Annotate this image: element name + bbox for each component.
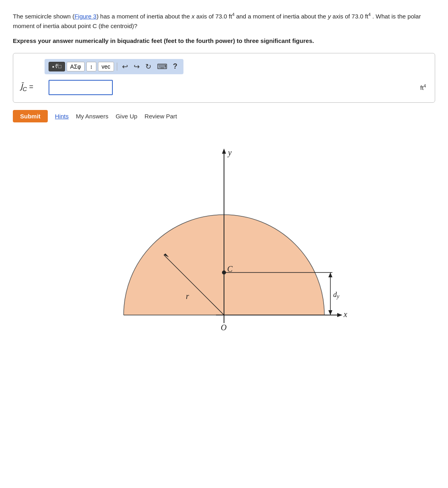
svg-marker-4	[337, 313, 342, 317]
y-axis-label: y	[328, 13, 331, 20]
vec-label: vec	[102, 63, 110, 70]
problem-text-after-link: ) has a moment of inertia about the	[96, 13, 191, 20]
help-icon: ?	[173, 62, 177, 70]
greek-label: ΑΣφ	[70, 63, 81, 70]
input-row: J̄C = ft4	[20, 80, 428, 95]
unit-label: ft4	[420, 83, 428, 91]
equals-sign: =	[29, 83, 33, 91]
origin-label: O	[221, 323, 226, 332]
centroid-label: C	[227, 264, 233, 273]
arrows-icon: ↕	[90, 63, 93, 70]
jc-subscript: C	[22, 85, 27, 92]
give-up-text[interactable]: Give Up	[116, 113, 137, 120]
submit-button[interactable]: Submit	[13, 110, 48, 122]
redo-icon: ↪	[134, 63, 140, 71]
svg-marker-2	[222, 148, 226, 154]
radical-icon: ∜□	[55, 63, 61, 69]
greek-button[interactable]: ΑΣφ	[67, 62, 85, 71]
review-part-text[interactable]: Review Part	[145, 113, 177, 120]
instruction-text: Express your answer numerically in biqua…	[13, 37, 435, 46]
refresh-icon: ↻	[145, 63, 151, 71]
toolbar-sep1	[117, 63, 117, 71]
keyboard-button[interactable]: ⌨	[155, 61, 169, 72]
my-answers-text[interactable]: My Answers	[76, 113, 108, 120]
svg-marker-10	[328, 272, 332, 277]
svg-marker-11	[328, 310, 332, 315]
x-axis-label: x	[191, 13, 195, 20]
vec-button[interactable]: vec	[98, 62, 114, 71]
arrows-button[interactable]: ↕	[86, 62, 96, 71]
problem-text-mid1: axis of 73.0 ft	[195, 13, 232, 20]
help-button[interactable]: ?	[171, 61, 179, 71]
answer-box: ▪ ∜□ ΑΣφ ↕ vec ↩ ↪ ↻ ⌨ ? J̄C	[13, 53, 435, 103]
semicircle-figure: y x O C r dy	[83, 130, 365, 355]
problem-text-mid3: axis of 73.0 ft	[331, 13, 368, 20]
matrix-icon: ▪	[52, 63, 54, 70]
jc-label: J̄C =	[20, 82, 45, 92]
undo-icon: ↩	[122, 63, 128, 71]
x-axis-text: x	[343, 310, 347, 319]
hints-link[interactable]: Hints	[55, 113, 69, 120]
figure3-link[interactable]: Figure 3	[74, 13, 96, 20]
math-toolbar: ▪ ∜□ ΑΣφ ↕ vec ↩ ↪ ↻ ⌨ ?	[45, 59, 183, 74]
matrix-button[interactable]: ▪ ∜□	[49, 62, 65, 71]
figure-container: y x O C r dy	[13, 130, 435, 355]
problem-text-before: The semicircle shown (	[13, 13, 74, 20]
answer-input[interactable]	[49, 80, 113, 95]
undo-button[interactable]: ↩	[120, 61, 130, 72]
problem-text-mid2: and a moment of inertia about the	[234, 13, 328, 20]
dy-label: dy	[333, 291, 340, 299]
y-axis-text: y	[227, 148, 232, 157]
keyboard-icon: ⌨	[157, 63, 167, 71]
action-row: Submit Hints My Answers Give Up Review P…	[13, 110, 435, 122]
unit-exp: 4	[424, 83, 426, 88]
redo-button[interactable]: ↪	[132, 61, 142, 72]
refresh-button[interactable]: ↻	[143, 61, 153, 72]
problem-text: The semicircle shown (Figure 3) has a mo…	[13, 11, 435, 31]
svg-point-6	[222, 270, 226, 274]
radius-label: r	[186, 292, 189, 301]
